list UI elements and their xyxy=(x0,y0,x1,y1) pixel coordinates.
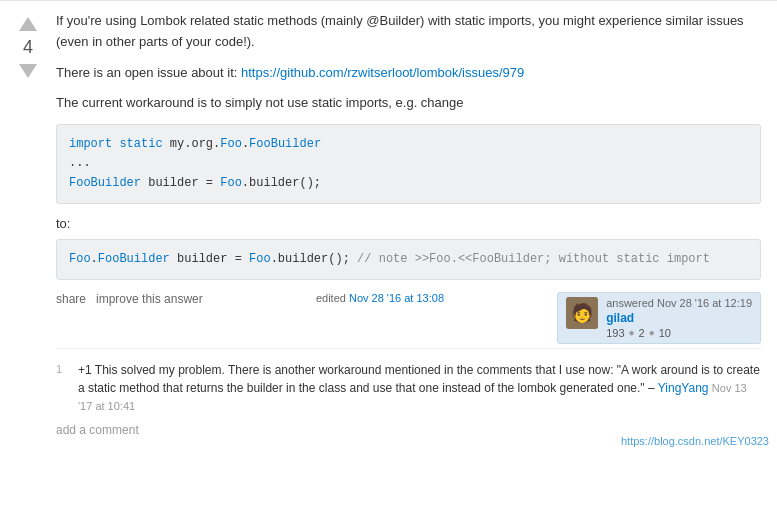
edit-info: edited Nov 28 '16 at 13:08 xyxy=(316,292,444,304)
vote-down-button[interactable] xyxy=(16,62,40,80)
code-block-2: Foo.FooBuilder builder = Foo.builder(); … xyxy=(56,239,761,280)
avatar-image: 🧑 xyxy=(566,297,598,329)
improve-link[interactable]: improve this answer xyxy=(96,292,203,306)
answer-container: 4 If you're using Lombok related static … xyxy=(0,0,777,455)
answer-body: If you're using Lombok related static me… xyxy=(48,11,769,445)
avatar: 🧑 xyxy=(566,297,598,329)
user-info: answered Nov 28 '16 at 12:19 gilad 193 ●… xyxy=(606,297,752,339)
edit-date[interactable]: Nov 28 '16 at 13:08 xyxy=(349,292,444,304)
vote-count: 4 xyxy=(23,35,33,60)
comment-author-link[interactable]: YingYang xyxy=(658,381,709,395)
silver-badge-icon: ● xyxy=(629,327,635,338)
code-block-1: import static my.org.Foo.FooBuilder ... … xyxy=(56,124,761,204)
vote-column: 4 xyxy=(8,11,48,445)
answer-paragraph-2: There is an open issue about it: https:/… xyxy=(56,63,761,84)
user-rep: 193 ● 2 ● 10 xyxy=(606,327,752,339)
user-card: 🧑 answered Nov 28 '16 at 12:19 gilad 193… xyxy=(557,292,761,344)
answer-paragraph-1: If you're using Lombok related static me… xyxy=(56,11,761,53)
share-link[interactable]: share xyxy=(56,292,86,306)
comment-text: +1 This solved my problem. There is anot… xyxy=(78,361,761,415)
user-name[interactable]: gilad xyxy=(606,311,752,325)
comment-vote[interactable]: 1 xyxy=(56,361,70,415)
answer-meta: share improve this answer edited Nov 28 … xyxy=(56,292,761,344)
comment-item: 1 +1 This solved my problem. There is an… xyxy=(56,357,761,419)
answer-actions: share improve this answer xyxy=(56,292,203,306)
watermark-text: https://blog.csdn.net/KEY0323 xyxy=(621,435,769,447)
issue-link[interactable]: https://github.com/rzwitserloot/lombok/i… xyxy=(241,65,524,80)
answered-label: answered Nov 28 '16 at 12:19 xyxy=(606,297,752,309)
comment-section: 1 +1 This solved my problem. There is an… xyxy=(56,348,761,445)
bronze-badge-icon: ● xyxy=(649,327,655,338)
vote-up-button[interactable] xyxy=(16,15,40,33)
answer-paragraph-3: The current workaround is to simply not … xyxy=(56,93,761,114)
to-label: to: xyxy=(56,216,761,231)
